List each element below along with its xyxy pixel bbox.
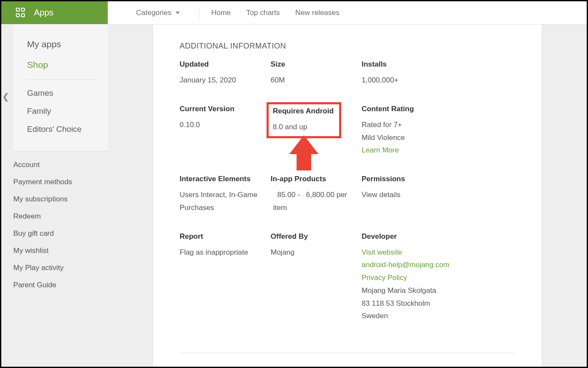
sidebar-primary-card: My apps Shop Games Family Editors' Choic… — [13, 24, 108, 151]
content-rating-line1: Rated for 7+ — [362, 119, 469, 131]
info-grid: Updated January 15, 2020 Size 60M Instal… — [180, 60, 515, 322]
info-installs-label: Installs — [362, 60, 469, 69]
card-divider — [180, 353, 515, 353]
apps-grid-icon — [16, 8, 26, 18]
apps-label: Apps — [34, 8, 54, 18]
info-permissions-label: Permissions — [362, 175, 469, 183]
sidebar-item-my-subscriptions[interactable]: My subscriptions — [1, 191, 108, 208]
info-interactive-elements-value: Users Interact, In-Game Purchases — [180, 189, 259, 214]
info-current-version: Current Version 0.10.0 — [180, 105, 271, 157]
developer-visit-website-link[interactable]: Visit website — [362, 246, 469, 259]
apps-badge[interactable]: Apps — [1, 1, 108, 24]
info-requires-android: Requires Android 8.0 and up — [271, 105, 362, 157]
sidebar-item-editors-choice[interactable]: Editors' Choice — [13, 120, 108, 138]
developer-address-line2: 83 118 53 Stockholm — [362, 297, 469, 310]
info-updated-value: January 15, 2020 — [180, 74, 271, 87]
nav-new-releases[interactable]: New releases — [288, 9, 347, 17]
info-current-version-value: 0.10.0 — [180, 119, 271, 131]
sidebar-item-my-wishlist[interactable]: My wishlist — [1, 242, 108, 259]
categories-dropdown[interactable]: Categories — [108, 9, 194, 17]
sidebar-item-games[interactable]: Games — [13, 84, 108, 102]
top-nav: Categories Home Top charts New releases — [108, 1, 347, 24]
content-rating-line2: Mild Violence — [362, 131, 469, 144]
nav-home[interactable]: Home — [203, 9, 238, 17]
top-bar: Apps Categories Home Top charts New rele… — [1, 1, 587, 24]
nav-top-charts[interactable]: Top charts — [239, 9, 288, 17]
info-size-label: Size — [271, 60, 362, 69]
info-current-version-label: Current Version — [180, 105, 271, 113]
info-updated: Updated January 15, 2020 — [180, 60, 271, 87]
developer-address-line3: Sweden — [362, 310, 469, 322]
chevron-left-icon[interactable]: ❮ — [1, 89, 10, 104]
sidebar: ❮ My apps Shop Games Family Editors' Cho… — [1, 24, 108, 367]
nav-divider — [199, 6, 199, 19]
permissions-view-details-link[interactable]: View details — [362, 189, 469, 201]
info-developer-label: Developer — [362, 232, 469, 241]
sidebar-item-payment-methods[interactable]: Payment methods — [1, 173, 108, 191]
info-size-value: 60M — [271, 74, 362, 87]
flag-inappropriate-link[interactable]: Flag as inappropriate — [180, 246, 271, 259]
sidebar-item-redeem[interactable]: Redeem — [1, 208, 108, 225]
info-offered-by-value: Mojang — [271, 246, 362, 259]
sidebar-item-my-apps[interactable]: My apps — [13, 34, 108, 55]
info-content-rating: Content Rating Rated for 7+ Mild Violenc… — [362, 105, 469, 157]
info-report-label: Report — [180, 232, 271, 241]
developer-email-link[interactable]: android-help@mojang.com — [362, 259, 469, 271]
info-developer: Developer Visit website android-help@moj… — [362, 232, 469, 323]
sidebar-item-account[interactable]: Account — [1, 156, 108, 173]
info-updated-label: Updated — [180, 60, 271, 69]
categories-label: Categories — [136, 9, 171, 17]
sidebar-item-shop[interactable]: Shop — [13, 55, 108, 75]
info-interactive-elements: Interactive Elements Users Interact, In-… — [180, 175, 271, 214]
main-content: ADDITIONAL INFORMATION Updated January 1… — [108, 24, 587, 367]
sidebar-divider — [27, 79, 97, 80]
info-report: Report Flag as inappropriate — [180, 232, 271, 323]
info-offered-by-label: Offered By — [271, 232, 362, 241]
chevron-down-icon — [176, 12, 180, 14]
arrow-up-icon — [289, 135, 318, 170]
info-size: Size 60M — [271, 60, 362, 87]
sidebar-item-parent-guide[interactable]: Parent Guide — [1, 277, 108, 294]
sidebar-item-my-play-activity[interactable]: My Play activity — [1, 259, 108, 277]
info-in-app-products: In-app Products 85.00 - 6,800.00 per ite… — [271, 175, 362, 214]
info-installs: Installs 1,000,000+ — [362, 60, 469, 87]
section-title: ADDITIONAL INFORMATION — [180, 42, 515, 51]
developer-address-line1: Mojang Maria Skolgata — [362, 284, 469, 297]
info-requires-android-value: 8.0 and up — [273, 121, 334, 134]
info-in-app-products-label: In-app Products — [271, 175, 362, 183]
sidebar-item-family[interactable]: Family — [13, 102, 108, 120]
developer-privacy-policy-link[interactable]: Privacy Policy — [362, 271, 469, 284]
highlight-box: Requires Android 8.0 and up — [267, 102, 341, 138]
info-permissions: Permissions View details — [362, 175, 469, 214]
info-requires-android-label: Requires Android — [273, 107, 334, 116]
info-installs-value: 1,000,000+ — [362, 74, 469, 87]
sidebar-account-list: Account Payment methods My subscriptions… — [1, 151, 108, 299]
content-rating-learn-more-link[interactable]: Learn More — [362, 144, 469, 157]
sidebar-item-buy-gift-card[interactable]: Buy gift card — [1, 225, 108, 242]
info-offered-by: Offered By Mojang — [271, 232, 362, 323]
info-interactive-elements-label: Interactive Elements — [180, 175, 271, 183]
app-details-card: ADDITIONAL INFORMATION Updated January 1… — [153, 24, 542, 367]
info-content-rating-label: Content Rating — [362, 105, 469, 113]
info-in-app-products-value: 85.00 - 6,800.00 per item — [271, 189, 348, 214]
